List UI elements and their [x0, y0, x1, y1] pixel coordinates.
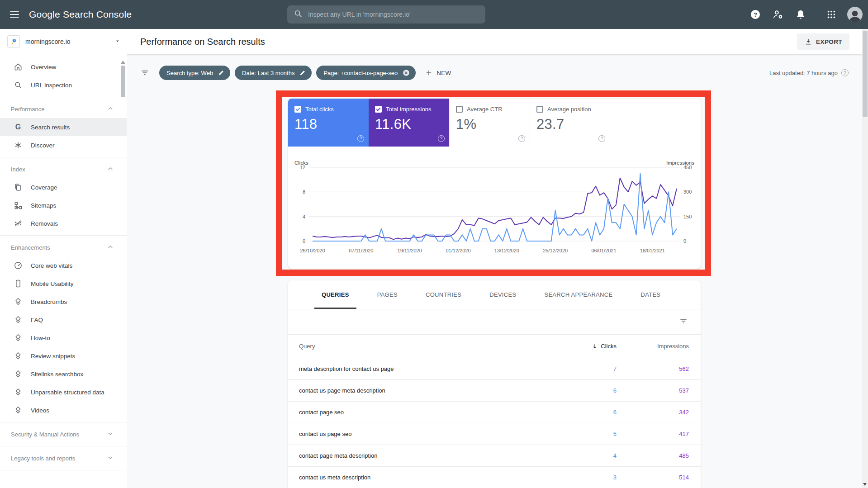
help-circle-icon[interactable]: ? — [357, 135, 364, 142]
scroll-thumb[interactable] — [121, 66, 125, 97]
sidebar-item-how-to[interactable]: How-to — [0, 329, 127, 347]
impressions-cell[interactable]: 537 — [617, 387, 701, 394]
clicks-value[interactable]: 5 — [613, 431, 617, 437]
checkbox-checked[interactable] — [375, 106, 382, 113]
app-logo[interactable]: Google Search Console — [29, 9, 132, 20]
tab-devices[interactable]: DEVICES — [482, 280, 523, 309]
sidebar-item-overview[interactable]: Overview — [0, 58, 127, 76]
clicks-value[interactable]: 3 — [613, 474, 617, 481]
export-button[interactable]: EXPORT — [797, 33, 849, 50]
last-updated: Last updated: 7 hours ago ? — [769, 69, 849, 76]
search-input[interactable] — [308, 11, 479, 18]
filter-icon[interactable] — [140, 68, 150, 78]
sidebar-item-core-web-vitals[interactable]: Core web vitals — [0, 256, 127, 275]
user-settings-icon[interactable] — [772, 9, 784, 20]
notifications-icon[interactable] — [795, 9, 806, 20]
table-row[interactable]: contact us page meta description6537 — [288, 380, 701, 402]
impressions-cell[interactable]: 417 — [617, 431, 701, 437]
sidebar-scrollbar[interactable] — [120, 55, 126, 488]
apps-grid-icon[interactable] — [825, 9, 837, 20]
table-row[interactable]: contact page meta description4485 — [288, 445, 701, 467]
filter-chip-date[interactable]: Date: Last 3 months — [235, 66, 312, 80]
tab-countries[interactable]: COUNTRIES — [418, 280, 469, 309]
divider — [0, 235, 127, 236]
sidebar-item-discover[interactable]: Discover — [0, 136, 127, 154]
page-scrollbar[interactable] — [862, 29, 868, 488]
checkbox-checked[interactable] — [294, 106, 301, 113]
clicks-value[interactable]: 4 — [613, 452, 617, 459]
impressions-cell[interactable]: 485 — [617, 452, 701, 459]
sidebar-item-mobile-usability[interactable]: Mobile Usability — [0, 275, 127, 293]
sidebar-item-search-results[interactable]: GSearch results — [0, 118, 127, 136]
edit-pencil-icon[interactable] — [299, 69, 306, 76]
new-filter-button[interactable]: NEW — [425, 69, 451, 77]
clicks-value[interactable]: 6 — [613, 387, 617, 394]
sidebar-item-unparsable-structured-data[interactable]: Unparsable structured data — [0, 383, 127, 401]
metric-tile-average-position[interactable]: Average position23.7? — [530, 99, 610, 147]
sidebar-item-review-snippets[interactable]: Review snippets — [0, 347, 127, 365]
help-circle-icon[interactable]: ? — [438, 135, 445, 142]
metric-tile-average-ctr[interactable]: Average CTR1%? — [449, 99, 530, 147]
property-selector[interactable]: morningscore.io — [0, 29, 127, 54]
filter-chip-page[interactable]: Page: +contact-us-page-seo — [316, 66, 416, 80]
checkbox-unchecked[interactable] — [536, 106, 543, 113]
section-legacy-tools-and-reports[interactable]: Legacy tools and reports — [0, 449, 127, 467]
menu-icon[interactable] — [10, 11, 19, 18]
avatar[interactable] — [847, 7, 863, 22]
table-row[interactable]: contact page seo6342 — [288, 402, 701, 423]
help-circle-icon[interactable]: ? — [518, 135, 525, 142]
sidebar-item-faq[interactable]: FAQ — [0, 311, 127, 329]
table-filter-icon[interactable] — [679, 317, 688, 327]
section-security-manual-actions[interactable]: Security & Manual Actions — [0, 425, 127, 443]
impressions-cell[interactable]: 514 — [617, 474, 701, 481]
tab-pages[interactable]: PAGES — [370, 280, 405, 309]
tab-dates[interactable]: DATES — [633, 280, 668, 309]
tab-search-appearance[interactable]: SEARCH APPEARANCE — [537, 280, 620, 309]
scroll-up-arrow[interactable] — [121, 61, 125, 64]
help-circle-icon[interactable]: ? — [841, 69, 849, 76]
metric-tile-total-clicks[interactable]: Total clicks118? — [288, 99, 369, 147]
svg-text:25/12/2020: 25/12/2020 — [543, 248, 568, 253]
plus-icon — [425, 69, 433, 77]
table-row[interactable]: contact us page seo5417 — [288, 423, 701, 445]
metric-tiles: Total clicks118?Total impressions11.6K?A… — [288, 99, 701, 147]
table-row[interactable]: contact us meta description3514 — [288, 467, 701, 488]
metric-tile-total-impressions[interactable]: Total impressions11.6K? — [369, 99, 449, 147]
sidebar-item-url-inspection[interactable]: URL inspection — [0, 76, 127, 94]
sidebar-item-label: Sitemaps — [31, 202, 56, 209]
performance-chart[interactable]: ClicksImpressions04812015030045026/10/20… — [288, 157, 701, 269]
help-icon[interactable]: ? — [749, 9, 761, 20]
filter-chips: Search type: WebDate: Last 3 monthsPage:… — [159, 66, 420, 80]
tab-queries[interactable]: QUERIES — [314, 280, 356, 309]
checkbox-unchecked[interactable] — [456, 106, 463, 113]
col-clicks[interactable]: Clicks — [558, 343, 617, 350]
sidebar-item-sitemaps[interactable]: Sitemaps — [0, 196, 127, 214]
sidebar-item-removals[interactable]: Removals — [0, 214, 127, 232]
help-circle-icon[interactable]: ? — [598, 135, 605, 142]
section-index[interactable]: Index — [0, 160, 127, 178]
sidebar-item-breadcrumbs[interactable]: Breadcrumbs — [0, 293, 127, 311]
section-performance[interactable]: Performance — [0, 100, 127, 118]
impressions-cell[interactable]: 562 — [617, 365, 701, 372]
url-inspect-searchbox[interactable] — [287, 5, 485, 24]
filter-chip-search-type[interactable]: Search type: Web — [159, 66, 230, 80]
clicks-value[interactable]: 6 — [613, 409, 617, 416]
clicks-value[interactable]: 7 — [613, 365, 617, 372]
impressions-cell[interactable]: 342 — [617, 409, 701, 416]
col-query[interactable]: Query — [288, 343, 558, 350]
scroll-down-arrow[interactable] — [863, 483, 867, 486]
sidebar-item-sitelinks-searchbox[interactable]: Sitelinks searchbox — [0, 365, 127, 383]
sidebar-item-videos[interactable]: Videos — [0, 401, 127, 419]
topbar: Google Search Console ? — [0, 0, 868, 29]
sidebar-item-coverage[interactable]: Coverage — [0, 178, 127, 196]
page-scroll-thumb[interactable] — [863, 31, 868, 117]
series-clicks — [313, 174, 677, 241]
section-enhancements[interactable]: Enhancements — [0, 238, 127, 256]
remove-circle-icon[interactable] — [402, 69, 410, 77]
property-name: morningscore.io — [25, 38, 115, 45]
col-impressions[interactable]: Impressions — [617, 343, 701, 350]
edit-pencil-icon[interactable] — [218, 69, 225, 76]
table-tabs: QUERIESPAGESCOUNTRIESDEVICESSEARCH APPEA… — [288, 280, 701, 309]
clicks-cell: 7 — [558, 365, 617, 372]
table-row[interactable]: meta description for contact us page7562 — [288, 358, 701, 380]
